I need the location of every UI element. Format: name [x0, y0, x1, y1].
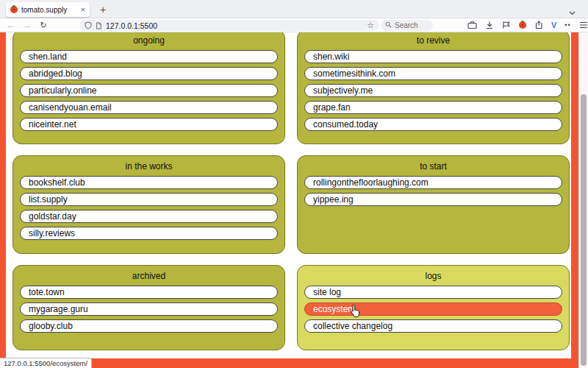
page-scrollbar[interactable] — [578, 32, 588, 368]
tab-bar: tomato.supply × + — [0, 0, 588, 18]
download-icon[interactable] — [485, 21, 494, 29]
domain-link[interactable]: abridged.blog — [20, 67, 278, 80]
hamburger-menu-icon[interactable] — [579, 21, 588, 29]
domain-link[interactable]: tote.town — [20, 286, 278, 299]
section-card-logs: logssite logecosystemcollective changelo… — [297, 265, 570, 350]
search-icon — [385, 21, 392, 29]
toolbar-extension-area: V •• — [467, 18, 588, 32]
section-card-in-the-works: in the worksbookshelf.clublist.supplygol… — [12, 155, 285, 254]
domain-link[interactable]: shen.wiki — [304, 50, 562, 63]
browser-tab[interactable]: tomato.supply × — [6, 2, 90, 17]
domain-link[interactable]: canisendyouan.email — [20, 101, 278, 114]
status-url: 127.0.0.1:5500/ecosystem/ — [4, 359, 87, 367]
domain-link[interactable]: rollingonthefloorlaughing.com — [304, 176, 562, 189]
search-placeholder: Search — [395, 21, 418, 29]
domain-link[interactable]: grape.fan — [304, 101, 562, 114]
status-bar: 127.0.0.1:5500/ecosystem/ — [0, 358, 92, 368]
domain-link[interactable]: mygarage.guru — [20, 302, 278, 316]
tomato-favicon-icon — [10, 6, 18, 13]
tab-title: tomato.supply — [21, 6, 77, 14]
share-icon[interactable] — [534, 21, 543, 29]
reload-button[interactable]: ↻ — [37, 18, 50, 32]
sections-grid: ongoingshen.landabridged.blogparticularl… — [12, 32, 570, 350]
tab-close-icon[interactable]: × — [81, 6, 85, 14]
shield-icon[interactable] — [85, 19, 92, 32]
url-bar[interactable]: 127.0.0.1:5500 ☆ — [79, 20, 379, 31]
domain-link[interactable]: sometimesithink.com — [304, 67, 562, 80]
section-title: archived — [20, 271, 278, 281]
overflow-menu-icon[interactable]: •• — [564, 21, 570, 29]
domain-link[interactable]: collective changelog — [304, 319, 562, 333]
domain-link[interactable]: ecosystem — [304, 302, 562, 316]
section-card-ongoing: ongoingshen.landabridged.blogparticularl… — [12, 32, 285, 144]
page-background-left — [0, 32, 6, 368]
section-title: logs — [304, 271, 562, 281]
section-title: in the works — [20, 161, 278, 171]
domain-link[interactable]: shen.land — [20, 50, 278, 63]
back-button[interactable]: ← — [4, 18, 18, 32]
domain-link[interactable]: consumed.today — [304, 118, 562, 131]
domain-link[interactable]: bookshelf.club — [20, 176, 278, 189]
toolbox-icon[interactable] — [467, 21, 477, 29]
section-title: to start — [304, 161, 562, 171]
clipper-flag-icon[interactable] — [502, 21, 511, 29]
domain-link[interactable]: goldstar.day — [20, 210, 278, 223]
domain-link[interactable]: subjectively.me — [304, 84, 562, 97]
domain-link[interactable]: niceinter.net — [20, 118, 278, 131]
page-background-right — [571, 32, 578, 368]
domain-link[interactable]: list.supply — [20, 193, 278, 206]
section-card-to-start: to startrollingonthefloorlaughing.comyip… — [297, 155, 570, 254]
domain-link[interactable]: glooby.club — [20, 319, 278, 333]
section-card-archived: archivedtote.townmygarage.guruglooby.clu… — [12, 265, 285, 350]
page-viewport: ongoingshen.landabridged.blogparticularl… — [0, 32, 578, 368]
vimium-extension-icon[interactable]: V — [551, 21, 556, 29]
tab-overflow-chevron-icon[interactable] — [569, 5, 576, 18]
section-title: to revive — [304, 35, 562, 46]
tomato-extension-icon[interactable] — [519, 21, 526, 29]
section-card-to-revive: to reviveshen.wikisometimesithink.comsub… — [297, 32, 570, 144]
search-box[interactable]: Search — [381, 20, 433, 31]
section-title: ongoing — [20, 35, 278, 46]
page-info-icon[interactable] — [96, 19, 102, 32]
domain-link[interactable]: silly.reviews — [20, 227, 278, 240]
bookmark-star-icon[interactable]: ☆ — [367, 21, 374, 29]
browser-window: tomato.supply × + ← → ↻ 127.0.0.1:5500 ☆… — [0, 0, 588, 368]
domain-link[interactable]: particularly.online — [20, 84, 278, 97]
url-text[interactable]: 127.0.0.1:5500 — [106, 21, 157, 30]
domain-link[interactable]: yippee.ing — [304, 193, 562, 206]
domain-link[interactable]: site log — [304, 286, 562, 299]
scrollbar-thumb[interactable] — [581, 94, 587, 366]
new-tab-button[interactable]: + — [96, 2, 110, 17]
forward-button[interactable]: → — [21, 18, 34, 32]
